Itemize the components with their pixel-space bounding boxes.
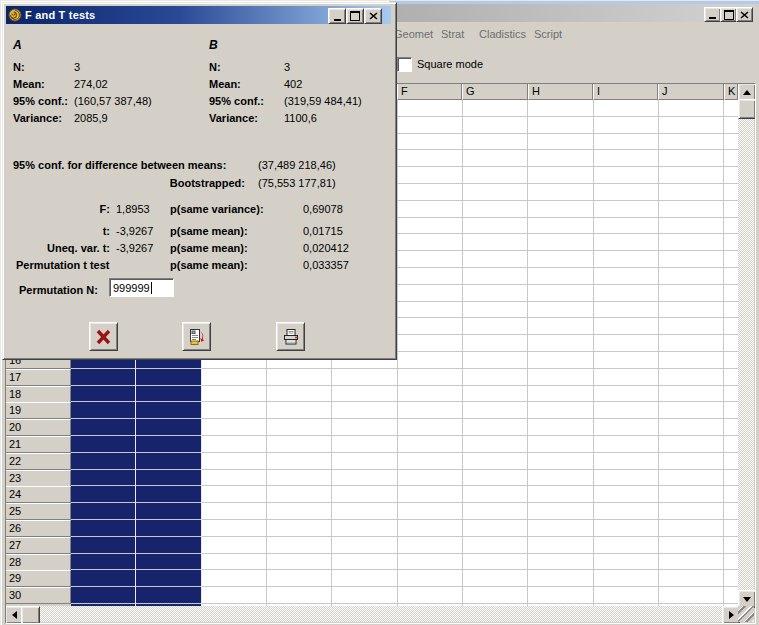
dialog-close-button[interactable] (364, 8, 382, 24)
b-n-value: 3 (284, 61, 290, 73)
main-maximize-button[interactable] (720, 7, 737, 22)
row-header-26[interactable]: 26 (5, 520, 71, 537)
permutation-t-test-label: Permutation t test (16, 259, 110, 271)
menu-item-geomet[interactable]: Geomet (394, 28, 433, 40)
a-variance-label: Variance: (13, 112, 62, 124)
minimize-icon (709, 17, 716, 19)
dialog-maximize-button[interactable] (346, 8, 364, 24)
t-stat-value: -3,9267 (116, 225, 153, 237)
ammonite-icon (8, 8, 22, 22)
red-x-icon (95, 329, 112, 345)
a-conf-value: (160,57 387,48) (74, 95, 152, 107)
minimize-icon (334, 19, 341, 21)
text-caret (151, 282, 152, 294)
main-close-button[interactable] (736, 7, 753, 22)
square-mode-label: Square mode (417, 58, 483, 70)
a-variance-value: 2085,9 (74, 112, 108, 124)
row-header-30[interactable]: 30 (5, 587, 71, 604)
dialog-title: F and T tests (25, 9, 95, 21)
row-header-21[interactable]: 21 (5, 436, 71, 453)
a-conf-label: 95% conf.: (13, 95, 68, 107)
sample-a-header: A (13, 38, 22, 52)
column-header-g[interactable]: G (462, 83, 528, 100)
column-header-f[interactable]: F (397, 83, 462, 100)
uneq-p-value: 0,020412 (303, 242, 349, 254)
t-p-label: p(same mean): (170, 225, 248, 237)
menu-item-strat[interactable]: Strat (441, 28, 464, 40)
maximize-icon (724, 10, 734, 20)
screen: GeometStratCladisticsScript Square mode … (0, 0, 759, 625)
dialog-minimize-button[interactable] (328, 8, 346, 24)
print-button[interactable] (276, 322, 305, 351)
row-header-25[interactable]: 25 (5, 503, 71, 520)
row-header-23[interactable]: 23 (5, 470, 71, 487)
arrow-up-icon (743, 90, 751, 95)
row-header-29[interactable]: 29 (5, 570, 71, 587)
copy-document-icon (188, 328, 206, 346)
f-p-value: 0,69078 (303, 203, 343, 215)
v-scrollbar-track[interactable] (738, 83, 754, 606)
b-conf-label: 95% conf.: (209, 95, 264, 107)
b-conf-value: (319,59 484,41) (284, 95, 362, 107)
menu-item-script[interactable]: Script (534, 28, 562, 40)
perm-p-value: 0,033357 (303, 259, 349, 271)
a-mean-value: 274,02 (74, 78, 108, 90)
permutation-n-text: 999999 (113, 282, 150, 294)
b-mean-value: 402 (284, 78, 302, 90)
arrow-left-icon (12, 611, 17, 619)
main-minimize-button[interactable] (704, 7, 721, 22)
f-p-label: p(same variance): (170, 203, 264, 215)
t-p-value: 0,01715 (303, 225, 343, 237)
f-stat-label: F: (13, 203, 110, 215)
sample-b-header: B (209, 38, 218, 52)
resize-grip[interactable] (738, 606, 754, 622)
column-header-h[interactable]: H (528, 83, 593, 100)
b-mean-label: Mean: (209, 78, 241, 90)
row-header-27[interactable]: 27 (5, 537, 71, 554)
uneq-p-label: p(same mean): (170, 242, 248, 254)
uneq-var-t-label: Uneq. var. t: (13, 242, 110, 254)
diff-means-value: (37,489 218,46) (258, 159, 336, 171)
arrow-right-icon (729, 611, 734, 619)
permutation-n-input[interactable]: 999999 (109, 278, 174, 297)
column-header-k[interactable]: K (724, 83, 738, 100)
f-stat-value: 1,8953 (116, 203, 150, 215)
close-icon (740, 11, 749, 19)
dialog-titlebar[interactable]: F and T tests (6, 6, 391, 24)
permutation-n-label: Permutation N: (19, 284, 98, 296)
b-variance-label: Variance: (209, 112, 258, 124)
row-header-20[interactable]: 20 (5, 419, 71, 436)
h-scrollbar-thumb[interactable] (21, 606, 40, 624)
maximize-icon (350, 11, 360, 21)
row-header-28[interactable]: 28 (5, 554, 71, 571)
row-header-17[interactable]: 17 (5, 369, 71, 386)
b-variance-value: 1100,6 (284, 112, 317, 124)
bootstrapped-label: Bootstrapped: (13, 177, 245, 189)
menu-item-cladistics[interactable]: Cladistics (479, 28, 526, 40)
column-header-i[interactable]: I (593, 83, 658, 100)
row-header-18[interactable]: 18 (5, 386, 71, 403)
f-and-t-tests-dialog: F and T tests A N: 3 Mean: 274,02 95% co… (2, 2, 397, 360)
b-n-label: N: (209, 61, 221, 73)
a-n-label: N: (13, 61, 25, 73)
perm-p-label: p(same mean): (170, 259, 248, 271)
row-header-22[interactable]: 22 (5, 453, 71, 470)
arrow-down-icon (743, 597, 751, 602)
close-icon (369, 12, 378, 20)
uneq-var-t-value: -3,9267 (116, 242, 153, 254)
h-scrollbar-track[interactable] (5, 606, 738, 622)
a-mean-label: Mean: (13, 78, 45, 90)
t-stat-label: t: (13, 225, 110, 237)
close-dialog-button[interactable] (89, 322, 118, 351)
row-header-24[interactable]: 24 (5, 486, 71, 503)
row-header-19[interactable]: 19 (5, 402, 71, 419)
bootstrapped-value: (75,553 177,81) (258, 177, 336, 189)
diff-means-label: 95% conf. for difference between means: (13, 159, 226, 171)
copy-to-clipboard-button[interactable] (182, 322, 211, 351)
square-mode-checkbox[interactable] (397, 57, 412, 72)
printer-icon (282, 328, 300, 346)
column-header-j[interactable]: J (658, 83, 724, 100)
a-n-value: 3 (74, 61, 80, 73)
v-scrollbar-thumb[interactable] (738, 99, 756, 119)
